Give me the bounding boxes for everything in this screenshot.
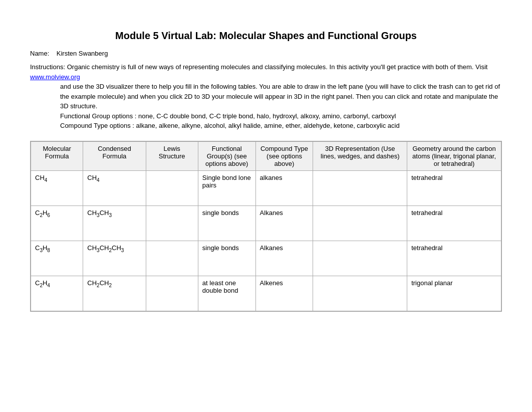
header-3d: 3D Representation (Use lines, wedges, an…: [313, 141, 407, 170]
instructions-text: Organic chemistry is full of new ways of…: [67, 63, 488, 71]
row4-lewis: [146, 276, 198, 311]
row3-compound: Alkanes: [255, 241, 313, 276]
main-table-container: Molecular Formula Condensed Formula Lewi…: [30, 141, 502, 312]
row4-mol-formula: C2H4: [31, 276, 83, 311]
row3-cond-formula: CH3CH2CH3: [83, 241, 146, 276]
functional-options: Functional Group options : none, C-C dou…: [60, 112, 396, 120]
row2-lewis: [146, 205, 198, 241]
row1-compound: alkanes: [255, 170, 313, 205]
row1-cond-formula: CH4: [83, 170, 146, 205]
compound-options: Compound Type options : alkane, alkene, …: [60, 122, 400, 129]
row1-lewis: [146, 170, 198, 205]
table-row: C3H8 CH3CH2CH3 single bonds Alkanes tetr…: [31, 241, 501, 276]
row3-geometry: tetrahedral: [407, 241, 501, 276]
row2-functional: single bonds: [198, 205, 255, 241]
table-row: C2H4 CH2CH2 at least one double bond Alk…: [31, 276, 501, 311]
row2-mol-formula: C2H6: [31, 205, 83, 241]
header-geometry: Geometry around the carbon atoms (linear…: [407, 141, 501, 170]
table-row: CH4 CH4 Single bond lone pairs alkanes t…: [31, 170, 501, 205]
instructions-block: Instructions: Organic chemistry is full …: [30, 62, 502, 131]
row2-geometry: tetrahedral: [407, 205, 501, 241]
row3-functional: single bonds: [198, 241, 255, 276]
instructions-cont: and use the 3D visualizer there to help …: [60, 83, 500, 110]
row1-functional: Single bond lone pairs: [198, 170, 255, 205]
name-line: Name: Kirsten Swanberg: [30, 50, 502, 57]
header-lewis: Lewis Structure: [146, 141, 198, 170]
name-label: Name:: [30, 50, 49, 57]
row4-cond-formula: CH2CH2: [83, 276, 146, 311]
row4-3d: [313, 276, 407, 311]
row1-3d: [313, 170, 407, 205]
page-title: Module 5 Virtual Lab: Molecular Shapes a…: [30, 30, 502, 42]
instructions-prefix: Instructions:: [30, 63, 65, 71]
row3-3d: [313, 241, 407, 276]
row1-geometry: tetrahedral: [407, 170, 501, 205]
header-cond-formula: Condensed Formula: [83, 141, 146, 170]
row1-mol-formula: CH4: [31, 170, 83, 205]
row4-geometry: trigonal planar: [407, 276, 501, 311]
row2-cond-formula: CH3CH3: [83, 205, 146, 241]
row3-lewis: [146, 241, 198, 276]
header-mol-formula: Molecular Formula: [31, 141, 83, 170]
row2-compound: Alkanes: [255, 205, 313, 241]
header-compound: Compound Type (see options above): [255, 141, 313, 170]
row4-functional: at least one double bond: [198, 276, 255, 311]
data-table: Molecular Formula Condensed Formula Lewi…: [31, 141, 501, 311]
row4-compound: Alkenes: [255, 276, 313, 311]
row2-3d: [313, 205, 407, 241]
molview-link[interactable]: www.molview.org: [30, 73, 80, 81]
row3-mol-formula: C3H8: [31, 241, 83, 276]
table-row: C2H6 CH3CH3 single bonds Alkanes tetrahe…: [31, 205, 501, 241]
header-functional: Functional Group(s) (see options above): [198, 141, 255, 170]
name-value: Kirsten Swanberg: [57, 50, 108, 57]
